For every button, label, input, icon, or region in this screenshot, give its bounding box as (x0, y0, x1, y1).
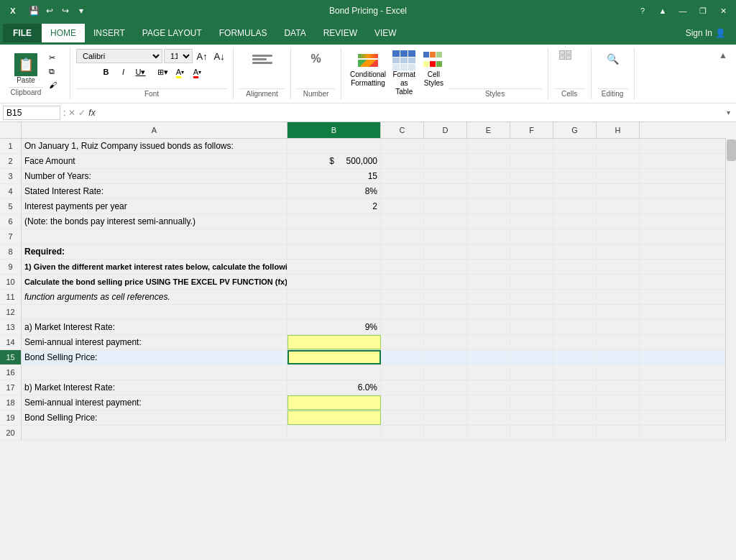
cell-b17[interactable]: 6.0% (288, 380, 381, 395)
cell-d9[interactable] (424, 260, 467, 274)
cell-c13[interactable] (381, 320, 424, 334)
cell-f10[interactable] (510, 275, 553, 289)
cell-g15[interactable] (553, 350, 597, 364)
cell-e16[interactable] (467, 365, 510, 380)
cell-b12[interactable] (288, 305, 381, 319)
cell-f6[interactable] (510, 214, 553, 229)
row-number[interactable]: 3 (0, 169, 22, 183)
cell-f1[interactable] (510, 139, 553, 153)
cell-c10[interactable] (381, 275, 424, 289)
row-number[interactable]: 10 (0, 275, 22, 289)
cell-e4[interactable] (467, 184, 510, 198)
cell-a10[interactable]: Calculate the bond selling price USING T… (22, 275, 288, 289)
row-number[interactable]: 19 (0, 410, 22, 425)
col-header-e[interactable]: E (467, 122, 510, 138)
cell-h16[interactable] (597, 365, 640, 380)
cell-b4[interactable]: 8% (288, 184, 381, 198)
help-button[interactable]: ? (635, 4, 650, 18)
cell-f20[interactable] (510, 426, 553, 440)
cell-h1[interactable] (597, 139, 640, 153)
function-icon[interactable]: fx (88, 108, 95, 118)
cell-f2[interactable] (510, 154, 553, 168)
col-header-b[interactable]: B (288, 122, 381, 138)
cell-e7[interactable] (467, 229, 510, 244)
row-number[interactable]: 6 (0, 214, 22, 229)
cell-c17[interactable] (381, 380, 424, 395)
cell-b2[interactable]: $ 500,000 (288, 154, 381, 168)
cell-g14[interactable] (553, 335, 597, 349)
cell-h10[interactable] (597, 275, 640, 289)
cell-d20[interactable] (424, 426, 467, 440)
italic-button[interactable]: I (116, 65, 132, 79)
cell-a19[interactable]: Bond Selling Price: (22, 410, 288, 425)
cell-g4[interactable] (553, 184, 597, 198)
cell-c7[interactable] (381, 229, 424, 244)
cell-e9[interactable] (467, 260, 510, 274)
underline-button[interactable]: U▾ (133, 65, 149, 79)
bold-button[interactable]: B (98, 65, 114, 79)
cell-h2[interactable] (597, 154, 640, 168)
cell-d10[interactable] (424, 275, 467, 289)
cell-b13[interactable]: 9% (288, 320, 381, 334)
tab-home[interactable]: HOME (42, 24, 85, 42)
cell-a12[interactable] (22, 305, 288, 319)
cell-a5[interactable]: Interest payments per year (22, 199, 288, 214)
row-number[interactable]: 5 (0, 199, 22, 214)
col-header-c[interactable]: C (381, 122, 424, 138)
format-as-table-button[interactable]: Format as Table (389, 49, 419, 98)
cell-c6[interactable] (381, 214, 424, 229)
cell-e15[interactable] (467, 350, 510, 364)
row-number[interactable]: 13 (0, 320, 22, 334)
cell-h19[interactable] (597, 410, 640, 425)
col-header-f[interactable]: F (510, 122, 553, 138)
tab-view[interactable]: VIEW (366, 24, 405, 42)
cell-f18[interactable] (510, 395, 553, 410)
decrease-font-button[interactable]: A↓ (211, 49, 227, 63)
cell-b6[interactable] (288, 214, 381, 229)
cell-e10[interactable] (467, 275, 510, 289)
cell-h7[interactable] (597, 229, 640, 244)
cell-c9[interactable] (381, 260, 424, 274)
cell-c14[interactable] (381, 335, 424, 349)
cell-f19[interactable] (510, 410, 553, 425)
ribbon-expand-button[interactable]: ▲ (716, 47, 730, 100)
cell-g7[interactable] (553, 229, 597, 244)
tab-formulas[interactable]: FORMULAS (211, 24, 276, 42)
cell-h20[interactable] (597, 426, 640, 440)
ribbon-collapse-button[interactable]: ▲ (656, 4, 670, 18)
increase-font-button[interactable]: A↑ (194, 49, 210, 63)
paste-button[interactable]: 📋 Paste (9, 50, 43, 87)
customize-button[interactable]: ▾ (75, 4, 88, 17)
cell-f12[interactable] (510, 305, 553, 319)
restore-button[interactable]: ❐ (696, 4, 710, 18)
cell-e6[interactable] (467, 214, 510, 229)
cell-a6[interactable]: (Note: the bonds pay interest semi-annua… (22, 214, 288, 229)
row-number[interactable]: 4 (0, 184, 22, 198)
cell-g8[interactable] (553, 244, 597, 259)
formula-input[interactable] (98, 106, 724, 119)
row-number[interactable]: 1 (0, 139, 22, 153)
row-number[interactable]: 16 (0, 365, 22, 380)
cell-d11[interactable] (424, 290, 467, 304)
cell-g2[interactable] (553, 154, 597, 168)
row-number[interactable]: 7 (0, 229, 22, 244)
cell-a8[interactable]: Required: (22, 244, 288, 259)
cell-c11[interactable] (381, 290, 424, 304)
cell-h8[interactable] (597, 244, 640, 259)
cell-g20[interactable] (553, 426, 597, 440)
borders-button[interactable]: ⊞▾ (155, 65, 171, 79)
row-number[interactable]: 17 (0, 380, 22, 395)
cell-e8[interactable] (467, 244, 510, 259)
cell-a16[interactable] (22, 365, 288, 380)
cell-a14[interactable]: Semi-annual interest payment: (22, 335, 288, 349)
col-header-a[interactable]: A (22, 122, 288, 138)
cell-styles-button[interactable]: Cell Styles (419, 49, 448, 89)
cancel-icon[interactable]: ✕ (68, 108, 75, 118)
cell-a18[interactable]: Semi-annual interest payment: (22, 395, 288, 410)
cell-h18[interactable] (597, 395, 640, 410)
scrollbar-thumb[interactable] (727, 139, 736, 161)
conditional-formatting-button[interactable]: Conditional Formatting (347, 49, 389, 89)
cell-c2[interactable] (381, 154, 424, 168)
cell-c16[interactable] (381, 365, 424, 380)
cell-d6[interactable] (424, 214, 467, 229)
